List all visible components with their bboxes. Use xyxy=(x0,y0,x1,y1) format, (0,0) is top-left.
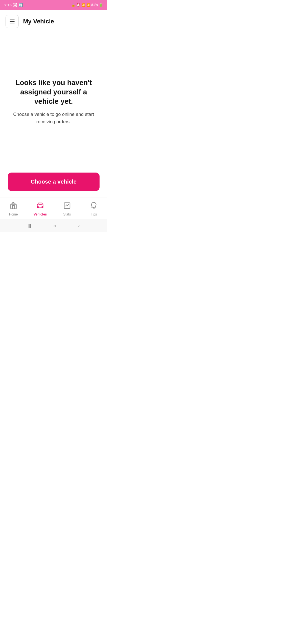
nav-label-tips: Tips xyxy=(91,212,97,216)
tips-icon xyxy=(90,202,98,211)
choose-vehicle-button[interactable]: Choose a vehicle xyxy=(8,173,100,191)
battery-icon: 🔋 xyxy=(99,3,103,7)
bottom-nav: Home Vehicles xyxy=(0,198,107,219)
photo-icon: 🖼 xyxy=(13,3,17,7)
hamburger-icon xyxy=(10,20,15,23)
sync-icon: 🔄 xyxy=(18,3,23,7)
nav-item-home[interactable]: Home xyxy=(0,201,27,217)
empty-state: Looks like you haven't assigned yourself… xyxy=(0,33,107,165)
nav-label-stats: Stats xyxy=(63,212,71,216)
nav-item-tips[interactable]: Tips xyxy=(81,201,108,217)
menu-button[interactable] xyxy=(6,15,19,28)
recent-apps-button[interactable]: ||| xyxy=(23,221,35,231)
wifi-icon: 📶 xyxy=(81,3,85,7)
vehicles-icon xyxy=(36,202,44,211)
page-title: My Vehicle xyxy=(23,18,54,25)
empty-state-title: Looks like you haven't assigned yourself… xyxy=(11,78,96,106)
back-button[interactable]: ‹ xyxy=(74,221,84,231)
empty-state-subtitle: Choose a vehicle to go online and start … xyxy=(11,111,96,125)
time-display: 2:16 xyxy=(4,3,12,7)
battery-display: 81% xyxy=(91,3,98,7)
header: My Vehicle xyxy=(0,10,107,33)
status-bar: 2:16 🖼 🔄 🔒 ⏰ 📶 📶 81% 🔋 xyxy=(0,0,107,10)
status-left: 2:16 🖼 🔄 xyxy=(4,3,23,7)
shield-icon: 🔒 xyxy=(72,3,75,7)
status-right: 🔒 ⏰ 📶 📶 81% 🔋 xyxy=(72,3,103,7)
stats-icon xyxy=(63,202,71,211)
svg-rect-0 xyxy=(10,204,16,209)
home-icon xyxy=(10,202,17,211)
nav-item-vehicles[interactable]: Vehicles xyxy=(27,201,54,217)
signal-icon: 📶 xyxy=(86,3,90,7)
alarm-icon: ⏰ xyxy=(76,3,80,7)
nav-label-vehicles: Vehicles xyxy=(34,212,47,216)
cta-area: Choose a vehicle xyxy=(0,167,107,198)
home-button[interactable]: ○ xyxy=(49,221,61,231)
system-nav: ||| ○ ‹ xyxy=(0,219,107,232)
nav-label-home: Home xyxy=(9,212,18,216)
nav-item-stats[interactable]: Stats xyxy=(54,201,81,217)
